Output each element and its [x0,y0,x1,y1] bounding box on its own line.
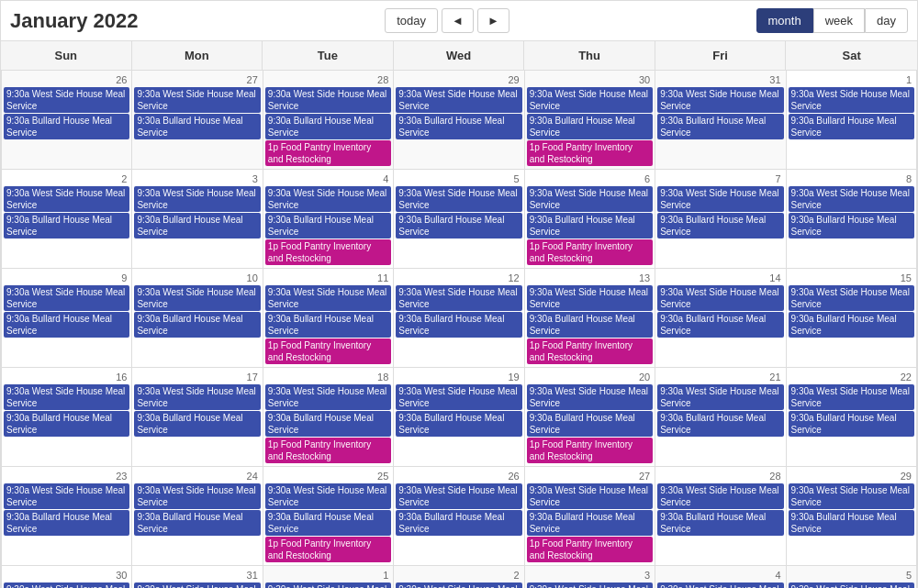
cal-cell[interactable]: 119:30a West Side House Meal Service9:30… [263,269,394,368]
event-bullard[interactable]: 9:30a Bullard House Meal Service [134,114,260,139]
cal-cell[interactable]: 229:30a West Side House Meal Service9:30… [787,368,917,467]
cal-cell[interactable]: 309:30a West Side House Meal Service9:30… [525,71,655,170]
event-west-side[interactable]: 9:30a West Side House Meal Service [265,384,391,410]
next-button[interactable]: ► [477,8,509,33]
event-west-side[interactable]: 9:30a West Side House Meal Service [527,285,653,311]
cal-cell[interactable]: 289:30a West Side House Meal Service9:30… [655,467,786,566]
event-bullard[interactable]: 9:30a Bullard House Meal Service [396,510,521,536]
event-west-side[interactable]: 9:30a West Side House Meal Service [134,87,260,113]
event-food-pantry[interactable]: 1p Food Pantry Inventory and Restocking [265,140,391,166]
event-west-side[interactable]: 9:30a West Side House Meal Service [527,186,653,212]
event-bullard[interactable]: 9:30a Bullard House Meal Service [789,411,914,437]
event-bullard[interactable]: 9:30a Bullard House Meal Service [527,213,653,239]
event-food-pantry[interactable]: 1p Food Pantry Inventory and Restocking [265,338,391,364]
cal-cell[interactable]: 89:30a West Side House Meal Service9:30a… [787,170,917,269]
cal-cell[interactable]: 49:30a West Side House Meal Service9:30a… [263,170,394,269]
event-bullard[interactable]: 9:30a Bullard House Meal Service [657,510,783,536]
cal-cell[interactable]: 189:30a West Side House Meal Service9:30… [263,368,394,467]
event-west-side[interactable]: 9:30a West Side House Meal Service [789,384,914,410]
event-west-side[interactable]: 9:30a West Side House Meal Service [789,582,914,588]
event-west-side[interactable]: 9:30a West Side House Meal Service [396,87,521,113]
event-west-side[interactable]: 9:30a West Side House Meal Service [265,186,391,212]
cal-cell[interactable]: 29:30a West Side House Meal Service9:30a… [394,566,524,588]
event-west-side[interactable]: 9:30a West Side House Meal Service [396,483,521,509]
event-west-side[interactable]: 9:30a West Side House Meal Service [4,186,129,212]
event-bullard[interactable]: 9:30a Bullard House Meal Service [134,213,260,239]
event-west-side[interactable]: 9:30a West Side House Meal Service [396,384,521,410]
event-bullard[interactable]: 9:30a Bullard House Meal Service [789,510,914,536]
event-food-pantry[interactable]: 1p Food Pantry Inventory and Restocking [527,338,653,364]
event-west-side[interactable]: 9:30a West Side House Meal Service [657,384,783,410]
event-bullard[interactable]: 9:30a Bullard House Meal Service [396,411,521,437]
cal-cell[interactable]: 239:30a West Side House Meal Service9:30… [2,467,132,566]
event-bullard[interactable]: 9:30a Bullard House Meal Service [396,114,521,139]
event-west-side[interactable]: 9:30a West Side House Meal Service [4,483,129,509]
prev-button[interactable]: ◄ [442,8,474,33]
cal-cell[interactable]: 319:30a West Side House Meal Service9:30… [132,566,263,588]
cal-cell[interactable]: 39:30a West Side House Meal Service9:30a… [132,170,263,269]
event-bullard[interactable]: 9:30a Bullard House Meal Service [134,411,260,437]
event-west-side[interactable]: 9:30a West Side House Meal Service [134,483,260,509]
cal-cell[interactable]: 59:30a West Side House Meal Service9:30a… [394,170,524,269]
event-west-side[interactable]: 9:30a West Side House Meal Service [134,285,260,311]
cal-cell[interactable]: 169:30a West Side House Meal Service9:30… [2,368,132,467]
cal-cell[interactable]: 19:30a West Side House Meal Service9:30a… [263,566,394,588]
event-bullard[interactable]: 9:30a Bullard House Meal Service [4,312,129,338]
event-west-side[interactable]: 9:30a West Side House Meal Service [527,384,653,410]
event-west-side[interactable]: 9:30a West Side House Meal Service [4,87,129,113]
event-bullard[interactable]: 9:30a Bullard House Meal Service [265,213,391,239]
event-bullard[interactable]: 9:30a Bullard House Meal Service [527,114,653,139]
event-bullard[interactable]: 9:30a Bullard House Meal Service [657,114,783,139]
event-bullard[interactable]: 9:30a Bullard House Meal Service [657,411,783,437]
event-west-side[interactable]: 9:30a West Side House Meal Service [134,384,260,410]
event-bullard[interactable]: 9:30a Bullard House Meal Service [527,312,653,338]
cal-cell[interactable]: 29:30a West Side House Meal Service9:30a… [2,170,132,269]
event-west-side[interactable]: 9:30a West Side House Meal Service [657,87,783,113]
event-west-side[interactable]: 9:30a West Side House Meal Service [265,582,391,588]
event-bullard[interactable]: 9:30a Bullard House Meal Service [265,510,391,536]
cal-cell[interactable]: 179:30a West Side House Meal Service9:30… [132,368,263,467]
event-west-side[interactable]: 9:30a West Side House Meal Service [789,285,914,311]
cal-cell[interactable]: 19:30a West Side House Meal Service9:30a… [787,71,917,170]
cal-cell[interactable]: 319:30a West Side House Meal Service9:30… [655,71,786,170]
day-view-button[interactable]: day [865,8,908,33]
cal-cell[interactable]: 309:30a West Side House Meal Service9:30… [2,566,132,588]
cal-cell[interactable]: 39:30a West Side House Meal Service9:30a… [525,566,655,588]
event-bullard[interactable]: 9:30a Bullard House Meal Service [657,312,783,338]
event-west-side[interactable]: 9:30a West Side House Meal Service [789,186,914,212]
event-west-side[interactable]: 9:30a West Side House Meal Service [527,87,653,113]
event-west-side[interactable]: 9:30a West Side House Meal Service [657,186,783,212]
event-west-side[interactable]: 9:30a West Side House Meal Service [4,582,129,588]
cal-cell[interactable]: 129:30a West Side House Meal Service9:30… [394,269,524,368]
event-food-pantry[interactable]: 1p Food Pantry Inventory and Restocking [527,537,653,562]
today-button[interactable]: today [385,8,438,33]
cal-cell[interactable]: 69:30a West Side House Meal Service9:30a… [525,170,655,269]
event-bullard[interactable]: 9:30a Bullard House Meal Service [396,213,521,239]
event-food-pantry[interactable]: 1p Food Pantry Inventory and Restocking [265,438,391,463]
event-west-side[interactable]: 9:30a West Side House Meal Service [265,285,391,311]
cal-cell[interactable]: 49:30a West Side House Meal Service9:30a… [655,566,786,588]
cal-cell[interactable]: 279:30a West Side House Meal Service9:30… [132,71,263,170]
cal-cell[interactable]: 209:30a West Side House Meal Service9:30… [525,368,655,467]
cal-cell[interactable]: 279:30a West Side House Meal Service9:30… [525,467,655,566]
month-view-button[interactable]: month [756,8,813,33]
event-bullard[interactable]: 9:30a Bullard House Meal Service [789,312,914,338]
cal-cell[interactable]: 109:30a West Side House Meal Service9:30… [132,269,263,368]
event-bullard[interactable]: 9:30a Bullard House Meal Service [789,213,914,239]
cal-cell[interactable]: 59:30a West Side House Meal Service9:30a… [787,566,917,588]
event-bullard[interactable]: 9:30a Bullard House Meal Service [134,510,260,536]
cal-cell[interactable]: 99:30a West Side House Meal Service9:30a… [2,269,132,368]
event-west-side[interactable]: 9:30a West Side House Meal Service [527,483,653,509]
event-bullard[interactable]: 9:30a Bullard House Meal Service [789,114,914,139]
event-west-side[interactable]: 9:30a West Side House Meal Service [396,582,521,588]
cal-cell[interactable]: 289:30a West Side House Meal Service9:30… [263,71,394,170]
event-bullard[interactable]: 9:30a Bullard House Meal Service [134,312,260,338]
event-bullard[interactable]: 9:30a Bullard House Meal Service [527,510,653,536]
cal-cell[interactable]: 79:30a West Side House Meal Service9:30a… [655,170,786,269]
event-bullard[interactable]: 9:30a Bullard House Meal Service [657,213,783,239]
cal-cell[interactable]: 299:30a West Side House Meal Service9:30… [787,467,917,566]
event-bullard[interactable]: 9:30a Bullard House Meal Service [4,114,129,139]
cal-cell[interactable]: 269:30a West Side House Meal Service9:30… [394,467,524,566]
cal-cell[interactable]: 259:30a West Side House Meal Service9:30… [263,467,394,566]
cal-cell[interactable]: 139:30a West Side House Meal Service9:30… [525,269,655,368]
